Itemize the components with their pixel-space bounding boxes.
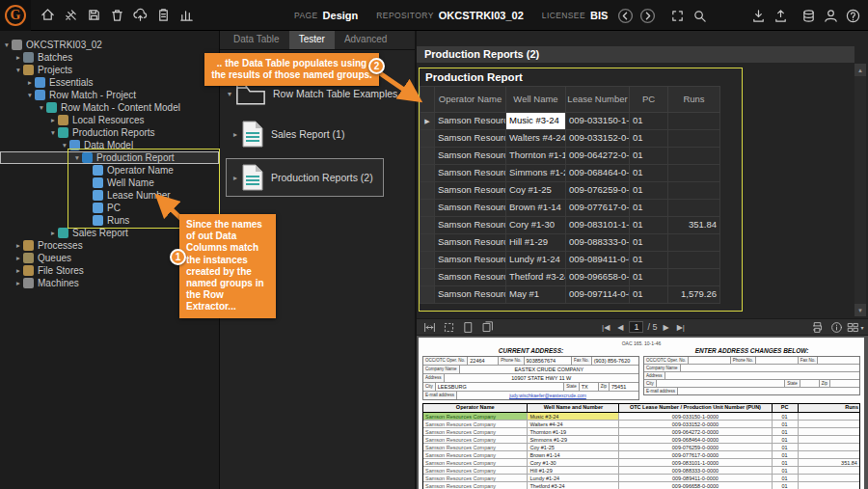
cell-well[interactable]: Thornton #1-19: [506, 148, 566, 165]
cell-pc[interactable]: 01: [630, 286, 668, 304]
first-page-button[interactable]: |◀: [600, 323, 611, 332]
scroll-up-arrow[interactable]: ▲: [854, 64, 866, 76]
cell-operator[interactable]: Samson Resources: [435, 182, 506, 200]
cell-well[interactable]: Lundy #1-24: [506, 252, 566, 269]
expand-arrow[interactable]: ▸: [14, 279, 23, 287]
results-scrollbar[interactable]: ▲ ▼: [854, 64, 866, 316]
save-button[interactable]: [83, 3, 105, 28]
tree-item[interactable]: PC: [0, 202, 219, 214]
tools-button[interactable]: [60, 3, 82, 28]
cell-pc[interactable]: 01: [630, 113, 668, 130]
cell-runs[interactable]: [668, 234, 720, 252]
cell-runs[interactable]: 1,579.26: [668, 286, 720, 304]
tree-item[interactable]: ▾ Projects: [0, 64, 219, 76]
tree-item[interactable]: ▾ Row Match - Project: [0, 89, 219, 101]
cell-runs[interactable]: [668, 182, 720, 200]
repositories-button[interactable]: [798, 3, 820, 28]
prev-page-button[interactable]: ◀: [615, 323, 625, 332]
grid-row[interactable]: Samson Resources May #1 009-097114-0-000…: [420, 286, 742, 304]
cell-operator[interactable]: Samson Resources: [435, 130, 506, 148]
row-selector[interactable]: [420, 130, 435, 148]
row-selector[interactable]: [420, 269, 435, 286]
cell-well[interactable]: Brown #1-14: [506, 200, 566, 217]
cell-lease[interactable]: 009-083101-1-0000: [566, 217, 630, 234]
expand-arrow[interactable]: ▾: [37, 103, 46, 112]
cell-operator[interactable]: Samson Resources: [435, 286, 506, 304]
layout-button[interactable]: ▾: [847, 319, 864, 335]
cell-runs[interactable]: [668, 148, 720, 165]
row-selector[interactable]: [420, 234, 435, 252]
cell-well[interactable]: Walters #4-24: [506, 130, 566, 148]
expand-arrow[interactable]: ▸: [230, 174, 241, 182]
cell-pc[interactable]: 01: [630, 234, 668, 252]
cell-lease[interactable]: 009-068464-0-0000: [566, 165, 630, 182]
tree-item[interactable]: Lease Number: [0, 189, 219, 202]
expand-arrow[interactable]: ▾: [60, 141, 69, 149]
cloud-upload-button[interactable]: [129, 3, 151, 28]
cell-lease[interactable]: 009-088333-0-0000: [566, 234, 630, 252]
back-button[interactable]: [614, 3, 637, 28]
tree-item[interactable]: ▾ Production Reports: [0, 126, 219, 139]
delete-button[interactable]: [106, 3, 128, 28]
expand-arrow[interactable]: ▾: [72, 153, 82, 162]
row-selector[interactable]: [420, 148, 435, 165]
grid-row[interactable]: Samson Resources Cory #1-30 009-083101-1…: [420, 217, 742, 234]
row-selector[interactable]: [420, 165, 435, 182]
cell-pc[interactable]: 01: [630, 182, 668, 200]
row-selector[interactable]: [420, 182, 435, 200]
cell-runs[interactable]: [668, 200, 720, 217]
grid-row[interactable]: Samson Resources Simmons #1-29 009-06846…: [420, 165, 742, 182]
expand-arrow[interactable]: ▸: [14, 53, 23, 62]
expand-button[interactable]: [666, 3, 689, 28]
expand-arrow[interactable]: ▸: [14, 266, 23, 275]
cell-runs[interactable]: 351.84: [668, 217, 720, 234]
tree-item[interactable]: ▸ Batches: [0, 51, 219, 64]
cell-lease[interactable]: 009-089411-0-0000: [566, 252, 630, 269]
grid-row[interactable]: Samson Resources Brown #1-14 009-077617-…: [420, 200, 742, 217]
upload-button[interactable]: [770, 3, 792, 28]
cell-operator[interactable]: Samson Resources: [435, 165, 506, 182]
cell-lease[interactable]: 009-076259-0-0000: [566, 182, 630, 200]
download-button[interactable]: [747, 3, 770, 28]
user-button[interactable]: [820, 3, 842, 28]
cell-well[interactable]: Simmons #1-29: [506, 165, 566, 182]
tree-item[interactable]: ▾ OKCSTRKI03_02: [0, 39, 219, 51]
search-button[interactable]: [689, 3, 711, 28]
clipboard-button[interactable]: [152, 3, 175, 28]
panel-tab[interactable]: Advanced: [335, 31, 396, 49]
grid-row[interactable]: Samson Resources Thetford #3-24 009-0966…: [420, 269, 742, 286]
page-number-input[interactable]: 1: [629, 321, 643, 333]
expand-arrow[interactable]: ▸: [230, 130, 241, 139]
cell-well[interactable]: Cory #1-30: [506, 217, 566, 234]
cell-lease[interactable]: 009-077617-0-0000: [566, 200, 630, 217]
expand-arrow[interactable]: ▾: [25, 91, 35, 99]
cell-well[interactable]: May #1: [506, 286, 566, 304]
last-page-button[interactable]: ▶|: [675, 323, 687, 332]
cell-runs[interactable]: [668, 130, 720, 148]
grid-row[interactable]: Samson Resources Coy #1-25 009-076259-0-…: [420, 182, 742, 200]
document-viewer[interactable]: OAC 165. 10-1-46 CURRENT ADDRESS: OCC/OT…: [417, 336, 868, 489]
cell-operator[interactable]: Samson Resources: [435, 252, 506, 269]
cell-runs[interactable]: [668, 252, 720, 269]
tree-item[interactable]: ▾ Data Model: [0, 139, 219, 151]
scroll-down-arrow[interactable]: ▼: [854, 304, 866, 316]
cell-lease[interactable]: 009-033150-1-0000: [566, 113, 630, 130]
panel-tab[interactable]: Data Table: [224, 31, 289, 49]
cell-pc[interactable]: 01: [630, 252, 668, 269]
grid-row[interactable]: Samson Resources Lundy #1-24 009-089411-…: [420, 252, 742, 269]
fit-width-button[interactable]: [420, 319, 438, 335]
expand-arrow[interactable]: ▸: [14, 254, 23, 262]
expand-arrow[interactable]: ▾: [224, 90, 235, 98]
tree-item[interactable]: Well Name: [0, 177, 219, 189]
single-page-button[interactable]: [459, 319, 476, 335]
row-selector[interactable]: [420, 217, 435, 234]
cell-operator[interactable]: Samson Resources: [435, 148, 506, 165]
home-button[interactable]: [37, 3, 59, 28]
info-button[interactable]: [827, 319, 845, 335]
cell-pc[interactable]: 01: [630, 217, 668, 234]
cell-runs[interactable]: [668, 165, 720, 182]
cell-well[interactable]: Hill #1-29: [506, 234, 566, 252]
expand-arrow[interactable]: ▸: [25, 78, 35, 87]
next-page-button[interactable]: ▶: [662, 323, 671, 332]
help-button[interactable]: [842, 3, 864, 28]
